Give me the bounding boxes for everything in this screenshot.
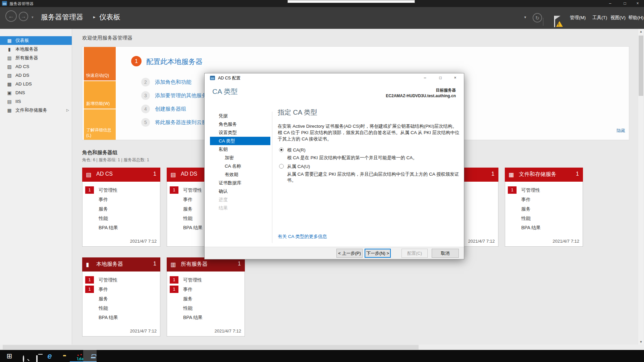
root-ca-description: 根 CA 是在 PKI 层次结构中配置的第一个并且可能是唯一的 CA。 xyxy=(287,155,417,161)
sidebar-item-dashboard[interactable]: ▦ 仪表板 xyxy=(0,36,72,45)
wizard-step-private-key[interactable]: 私钥 xyxy=(210,145,270,154)
subordinate-ca-radio[interactable] xyxy=(279,164,284,169)
tile-header[interactable]: ▦ 文件和存储服务 1 xyxy=(505,168,583,182)
taskbar: ⊞ e ldap × ENG 7:14 2021/4/7 1 xyxy=(0,350,644,362)
subordinate-ca-label[interactable]: 从属 CA(U) xyxy=(287,164,310,170)
search-button[interactable] xyxy=(16,350,30,362)
wizard-step-cert-database[interactable]: 证书数据库 xyxy=(210,179,270,187)
wizard-step-cryptography[interactable]: 加密 xyxy=(210,154,270,162)
wizard-step-progress: 进度 xyxy=(210,195,270,204)
wizard-step-ca-type[interactable]: CA 类型 xyxy=(210,137,270,145)
menu-tools[interactable]: 工具(T) xyxy=(592,15,607,21)
horizontal-scrollbar[interactable] xyxy=(0,345,644,350)
configure-local-server-link[interactable]: 配置此本地服务器 xyxy=(146,57,203,66)
tile-row[interactable]: 服务 xyxy=(505,204,583,214)
sidebar-item-ad-ds[interactable]: ▧ AD DS xyxy=(0,71,72,80)
dialog-maximize-icon[interactable]: □ xyxy=(434,74,447,82)
stray-scrollbar[interactable] xyxy=(287,0,415,3)
tile-row[interactable]: 1 可管理性 xyxy=(83,275,160,285)
tile-row[interactable]: 1 可管理性 xyxy=(167,275,245,285)
add-roles-link[interactable]: 添加角色和功能 xyxy=(155,79,192,86)
root-ca-label[interactable]: 根 CA(R) xyxy=(287,147,306,153)
sidebar-item-ad-cs[interactable]: ▨ AD CS xyxy=(0,62,72,71)
wizard-step-credentials[interactable]: 凭据 xyxy=(210,112,270,120)
dialog-minimize-icon[interactable]: – xyxy=(418,74,432,82)
tile-row[interactable]: 1 可管理性 xyxy=(83,185,160,195)
back-icon[interactable]: ← xyxy=(5,10,17,22)
tile-header[interactable]: ▤ AD CS 1 xyxy=(82,168,160,182)
create-server-group-link[interactable]: 创建服务器组 xyxy=(155,106,186,113)
vertical-scrollbar[interactable]: ▲ ▼ xyxy=(638,29,644,345)
wizard-step-confirmation[interactable]: 确认 xyxy=(210,187,270,195)
tile-row[interactable]: 1 可管理性 xyxy=(505,185,583,195)
scroll-up-icon[interactable]: ▲ xyxy=(638,29,644,34)
quick-start-block[interactable]: 快速启动(Q) xyxy=(84,47,116,80)
search-icon xyxy=(23,355,24,362)
ldp-button[interactable]: ldap xyxy=(70,350,83,362)
connect-cloud-link[interactable]: 将此服务器连接到云服务 xyxy=(155,119,212,126)
root-ca-radio[interactable] xyxy=(279,147,284,152)
tile-row[interactable]: BPA 结果 xyxy=(83,223,160,232)
tile-row[interactable]: 事件 xyxy=(505,195,583,204)
tile-row[interactable]: 1 事件 xyxy=(167,285,245,294)
hide-link[interactable]: 隐藏 xyxy=(616,128,625,134)
tile-row[interactable]: 性能 xyxy=(167,303,245,313)
tile-row[interactable]: 事件 xyxy=(83,195,160,204)
start-button[interactable]: ⊞ xyxy=(3,350,16,362)
wizard-step-role-services[interactable]: 角色服务 xyxy=(210,120,270,128)
close-icon[interactable]: × xyxy=(631,0,644,7)
file-explorer-button[interactable] xyxy=(56,350,70,362)
more-info-link[interactable]: 有关 CA 类型的更多信息 xyxy=(278,234,327,240)
forward-icon[interactable]: → xyxy=(19,12,28,21)
sidebar-item-local-server[interactable]: ▮ 本地服务器 xyxy=(0,45,72,54)
sidebar-item-dns[interactable]: ▣ DNS xyxy=(0,88,72,97)
cancel-button[interactable]: 取消 xyxy=(432,249,459,258)
add-servers-link[interactable]: 添加要管理的其他服务器 xyxy=(155,92,212,99)
target-server-label: 目标服务器 xyxy=(436,87,456,93)
configure-button[interactable]: 配置(C) xyxy=(401,249,428,258)
tile-header[interactable]: ▥ 所有服务器 1 xyxy=(167,257,245,272)
learn-more-block[interactable]: 了解详细信息(L) xyxy=(84,109,116,140)
tile-row[interactable]: 性能 xyxy=(505,214,583,223)
tile-row[interactable]: 性能 xyxy=(83,303,160,313)
tile-row[interactable]: 性能 xyxy=(83,214,160,223)
tile-row[interactable]: 服务 xyxy=(83,204,160,214)
next-button[interactable]: 下一步(N) > xyxy=(365,249,391,258)
server-manager-button[interactable] xyxy=(83,350,97,362)
sidebar-item-ad-lds[interactable]: ▩ AD LDS xyxy=(0,80,72,88)
dialog-close-icon[interactable]: × xyxy=(448,74,462,82)
scrollbar-thumb[interactable] xyxy=(639,36,643,96)
tile-row[interactable]: BPA 结果 xyxy=(167,313,245,322)
sidebar-item-file-storage[interactable]: ▦ 文件和存储服务 ▷ xyxy=(0,106,72,115)
sidebar-item-iis[interactable]: ▤ IIS xyxy=(0,97,72,106)
wizard-step-setup-type[interactable]: 设置类型 xyxy=(210,128,270,137)
dialog-titlebar[interactable]: AD CS 配置 – □ × xyxy=(205,73,464,83)
notifications-caret-icon[interactable]: ▾ xyxy=(524,15,526,19)
tile-row[interactable]: 服务 xyxy=(167,294,245,303)
tile-row[interactable]: BPA 结果 xyxy=(83,313,160,322)
notification-flag-icon[interactable]: ! xyxy=(553,16,564,28)
tile-row[interactable]: BPA 结果 xyxy=(505,223,583,232)
tile-header[interactable]: ▮ 本地服务器 1 xyxy=(82,257,160,272)
maximize-icon[interactable]: □ xyxy=(619,0,631,7)
menu-view[interactable]: 视图(V) xyxy=(610,15,626,21)
tile-row[interactable]: 1 事件 xyxy=(83,285,160,294)
menu-help[interactable]: 帮助(H) xyxy=(628,15,644,21)
task-view-button[interactable] xyxy=(30,350,43,362)
breadcrumb-root[interactable]: 服务器管理器 xyxy=(41,12,83,22)
menu-manage[interactable]: 管理(M) xyxy=(570,15,586,21)
refresh-icon[interactable]: ↻ xyxy=(533,13,542,22)
scrollbar-thumb[interactable] xyxy=(3,345,419,350)
expand-icon[interactable]: ▷ xyxy=(66,106,69,115)
tile-row[interactable]: 服务 xyxy=(83,294,160,303)
wizard-step-validity[interactable]: 有效期 xyxy=(210,170,270,179)
internet-explorer-button[interactable]: e xyxy=(43,350,56,362)
scroll-down-icon[interactable]: ▼ xyxy=(638,339,644,345)
tile-ad-cs: ▤ AD CS 1 1 可管理性 事件 服务 性能 BPA 结果 2021/4/… xyxy=(82,168,160,247)
minimize-icon[interactable]: – xyxy=(604,0,616,7)
previous-button[interactable]: < 上一步(P) xyxy=(336,249,363,258)
history-caret-icon[interactable]: ▾ xyxy=(32,15,34,19)
sidebar-item-all-servers[interactable]: ▥ 所有服务器 xyxy=(0,54,72,62)
wizard-step-ca-name[interactable]: CA 名称 xyxy=(210,162,270,170)
whats-new-block[interactable]: 新增功能(W) xyxy=(84,81,116,109)
